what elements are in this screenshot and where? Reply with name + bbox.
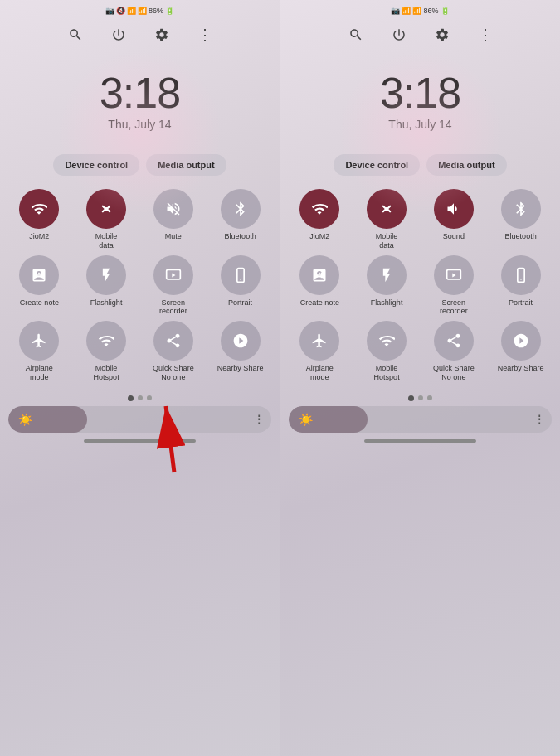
tile-label-nearbyshare: Nearby Share [498, 364, 544, 373]
brightness-more[interactable]: ⋮ [254, 414, 265, 425]
quick-buttons: Device controlMedia output [334, 144, 506, 182]
tile-icon-wifi [299, 189, 339, 229]
quick-btn-1[interactable]: Media output [146, 154, 226, 176]
brightness-more[interactable]: ⋮ [534, 414, 545, 425]
power-icon[interactable] [107, 23, 130, 46]
clock-date: Thu, July 14 [108, 118, 171, 131]
quick-btn-1[interactable]: Media output [426, 154, 506, 176]
tile-bluetooth[interactable]: Bluetooth [489, 189, 552, 250]
tile-label-hotspot: Mobile Hotspot [94, 364, 119, 382]
tile-share[interactable]: Quick Share No one [143, 321, 205, 382]
tile-icon-screenrec [434, 255, 474, 295]
svg-point-7 [520, 279, 522, 280]
svg-rect-1 [236, 268, 243, 282]
tile-flashlight[interactable]: Flashlight [356, 255, 418, 317]
pagination-dot-2 [147, 395, 152, 400]
tile-screenrec[interactable]: Screen recorder [143, 255, 205, 317]
power-icon[interactable] [387, 23, 411, 46]
tile-portrait[interactable]: Portrait [209, 255, 271, 317]
brightness-bar[interactable]: ☀️ ⋮ [8, 406, 271, 433]
tile-data[interactable]: Mobile data [356, 189, 418, 250]
tile-icon-screenrec [153, 255, 193, 295]
search-icon[interactable] [64, 23, 87, 46]
svg-point-2 [240, 279, 241, 280]
tile-icon-nearbyshare [221, 321, 261, 361]
tile-label-data: Mobile data [95, 232, 118, 250]
tile-airplane[interactable]: Airplane mode [8, 321, 71, 382]
settings-icon[interactable] [150, 23, 173, 46]
tile-nearbyshare[interactable]: Nearby Share [489, 321, 552, 382]
more-icon[interactable]: ⋮ [474, 23, 497, 46]
tile-label-share: Quick Share No one [433, 364, 475, 382]
tile-icon-mute [153, 189, 193, 229]
quick-btn-0[interactable]: Device control [334, 154, 420, 176]
tile-icon-bluetooth [221, 189, 261, 229]
clock-time: 3:18 [380, 71, 460, 114]
tile-hotspot[interactable]: Mobile Hotspot [75, 321, 138, 382]
top-actions: ⋮ [64, 18, 217, 55]
brightness-icon: ☀️ [18, 413, 32, 426]
tile-label-portrait: Portrait [228, 298, 252, 308]
clock-area: 3:18Thu, July 14 [100, 55, 180, 144]
tile-portrait[interactable]: Portrait [489, 255, 552, 317]
quick-buttons: Device controlMedia output [53, 144, 226, 182]
quick-btn-0[interactable]: Device control [53, 154, 139, 176]
tile-label-flashlight: Flashlight [90, 298, 123, 308]
tile-icon-share [434, 321, 474, 361]
tiles-grid: JioM2Mobile dataMuteBluetoothCreate note… [0, 182, 280, 389]
tile-label-bluetooth: Bluetooth [225, 232, 256, 241]
tile-label-wifi: JioM2 [29, 232, 49, 241]
tile-wifi[interactable]: JioM2 [289, 189, 351, 250]
pagination-dots [408, 389, 432, 406]
tile-data[interactable]: Mobile data [75, 189, 138, 250]
tile-sound[interactable]: Sound [423, 189, 485, 250]
settings-icon[interactable] [431, 23, 454, 46]
status-icons: 📷 🔇 📶 📶 86% 🔋 [105, 7, 174, 15]
tile-share[interactable]: Quick Share No one [423, 321, 485, 382]
tile-icon-airplane [19, 321, 59, 361]
tile-icon-airplane [299, 321, 339, 361]
tile-icon-note [299, 255, 339, 295]
tile-bluetooth[interactable]: Bluetooth [209, 189, 271, 250]
more-icon[interactable]: ⋮ [193, 23, 217, 46]
tile-airplane[interactable]: Airplane mode [289, 321, 351, 382]
tile-screenrec[interactable]: Screen recorder [423, 255, 485, 317]
pagination-dot-1 [418, 395, 423, 400]
home-indicator[interactable] [84, 439, 196, 443]
status-bar: 📷 🔇 📶 📶 86% 🔋 [0, 0, 280, 18]
tile-icon-hotspot [367, 321, 407, 361]
top-actions: ⋮ [344, 18, 497, 55]
tile-label-data: Mobile data [376, 232, 398, 250]
tile-icon-data [86, 189, 126, 229]
tile-label-screenrec: Screen recorder [440, 298, 468, 317]
tile-mute[interactable]: Mute [143, 189, 205, 250]
tile-label-note: Create note [20, 298, 59, 308]
tile-label-portrait: Portrait [509, 298, 533, 308]
tile-wifi[interactable]: JioM2 [8, 189, 71, 250]
phone-panel-right: 📷 📶 📶 86% 🔋 ⋮3:18Thu, July 14Device cont… [280, 0, 560, 756]
brightness-bar[interactable]: ☀️ ⋮ [289, 406, 552, 433]
tile-label-airplane: Airplane mode [306, 364, 334, 382]
tile-flashlight[interactable]: Flashlight [75, 255, 138, 317]
tile-note[interactable]: Create note [8, 255, 71, 317]
tile-icon-hotspot [86, 321, 126, 361]
tile-icon-wifi [19, 189, 59, 229]
tile-label-airplane: Airplane mode [26, 364, 53, 382]
tile-icon-nearbyshare [501, 321, 541, 361]
pagination-dot-1 [138, 395, 143, 400]
clock-area: 3:18Thu, July 14 [380, 55, 460, 144]
tile-note[interactable]: Create note [289, 255, 351, 317]
status-icons: 📷 📶 📶 86% 🔋 [391, 7, 449, 15]
pagination-dot-0 [128, 395, 134, 401]
tile-label-screenrec: Screen recorder [159, 298, 187, 317]
search-icon[interactable] [344, 23, 368, 46]
home-indicator[interactable] [364, 439, 476, 443]
tiles-grid: JioM2Mobile dataSoundBluetoothCreate not… [280, 182, 560, 389]
tile-icon-sound [434, 189, 474, 229]
tile-label-mute: Mute [165, 232, 182, 241]
tile-label-flashlight: Flashlight [371, 298, 403, 308]
tile-icon-data [367, 189, 407, 229]
tile-hotspot[interactable]: Mobile Hotspot [356, 321, 418, 382]
tile-nearbyshare[interactable]: Nearby Share [209, 321, 271, 382]
tile-icon-portrait [501, 255, 541, 295]
